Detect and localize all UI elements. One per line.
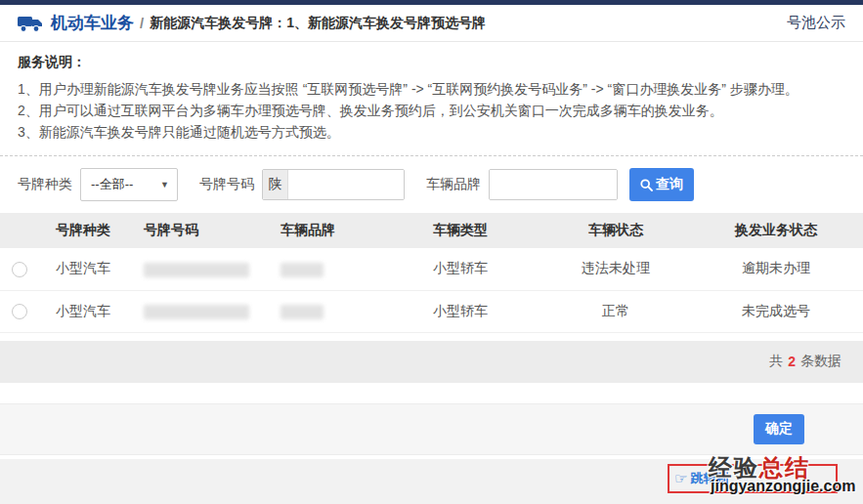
cell-biz-state: 未完成选号 xyxy=(689,290,863,332)
cell-plate-type: 小型汽车 xyxy=(39,290,132,332)
page-header: 机动车业务 / 新能源汽车换发号牌：1、新能源汽车换发号牌预选号牌 号池公示 xyxy=(0,5,863,42)
brand-input[interactable] xyxy=(490,170,617,199)
page: 机动车业务 / 新能源汽车换发号牌：1、新能源汽车换发号牌预选号牌 号池公示 服… xyxy=(0,0,863,504)
brand-label: 车辆品牌 xyxy=(426,176,481,193)
plate-type-selected-value: --全部-- xyxy=(91,176,133,193)
pointing-hand-icon: ☞ xyxy=(674,470,687,487)
breadcrumb-separator: / xyxy=(140,15,144,31)
truck-icon xyxy=(18,14,43,33)
header-vehicle-state: 车辆状态 xyxy=(542,213,689,248)
header-radio xyxy=(0,213,39,248)
row-radio-button[interactable] xyxy=(12,262,27,277)
plate-province-prefix: 陕 xyxy=(263,170,288,199)
plate-no-input-group: 陕 xyxy=(262,169,405,200)
filter-bar: 号牌种类 --全部-- ▼ 号牌号码 陕 车辆品牌 查询 xyxy=(0,156,863,213)
redacted-brand xyxy=(280,305,324,319)
plate-type-select[interactable]: --全部-- ▼ xyxy=(80,168,178,201)
confirm-button[interactable]: 确定 xyxy=(754,414,804,444)
table-row: 小型汽车 小型轿车 违法未处理 逾期未办理 xyxy=(0,248,863,290)
notice-line-1: 1、用户办理新能源汽车换发号牌业务应当按照 “互联网预选号牌” -> “互联网预… xyxy=(18,78,845,100)
count-suffix: 条数据 xyxy=(800,353,841,370)
pool-publicity-link[interactable]: 号池公示 xyxy=(787,14,845,32)
notice-line-3: 3、新能源汽车换发号牌只能通过随机选号方式预选。 xyxy=(18,121,845,143)
cell-plate-type: 小型汽车 xyxy=(39,248,132,290)
search-icon xyxy=(640,179,653,191)
redacted-plate-number xyxy=(144,305,249,319)
header-brand: 车辆品牌 xyxy=(269,213,415,248)
cell-vehicle-type: 小型轿车 xyxy=(415,290,542,332)
watermark: ☞ 跳转到 经验总结 jingyanzongjie.com xyxy=(668,457,848,504)
page-title: 机动车业务 xyxy=(51,12,134,34)
header-plate-type: 号牌种类 xyxy=(39,213,132,248)
header-plate-no: 号牌号码 xyxy=(132,213,269,248)
plate-no-label: 号牌号码 xyxy=(199,176,254,193)
notice-title: 服务说明： xyxy=(18,54,845,71)
cell-biz-state: 逾期未办理 xyxy=(689,248,863,290)
search-button-label: 查询 xyxy=(656,176,683,193)
count-prefix: 共 xyxy=(769,353,783,370)
search-button[interactable]: 查询 xyxy=(629,168,694,201)
redacted-plate-number xyxy=(144,263,249,277)
breadcrumb: 新能源汽车换发号牌：1、新能源汽车换发号牌预选号牌 xyxy=(150,15,486,32)
confirm-bar: 确定 xyxy=(0,403,863,455)
notice-line-2: 2、用户可以通过互联网平台为多辆车办理预选号牌、换发业务预约后，到公安机关窗口一… xyxy=(18,100,845,121)
vehicle-table: 号牌种类 号牌号码 车辆品牌 车辆类型 车辆状态 换发业务状态 小型汽车 小型轿… xyxy=(0,213,863,333)
footer-strip: ☞ 跳转到 经验总结 jingyanzongjie.com xyxy=(0,459,863,504)
cell-vehicle-state: 违法未处理 xyxy=(542,248,689,290)
plate-no-input[interactable] xyxy=(288,170,404,199)
cell-vehicle-state: 正常 xyxy=(542,290,689,332)
brand-input-group xyxy=(489,169,618,200)
row-radio-button[interactable] xyxy=(12,304,27,319)
watermark-brand-red: 总结 xyxy=(759,454,810,481)
redacted-brand xyxy=(280,263,324,277)
table-row: 小型汽车 小型轿车 正常 未完成选号 xyxy=(0,290,863,332)
header-vehicle-type: 车辆类型 xyxy=(415,213,542,248)
record-count: 2 xyxy=(788,354,796,369)
record-count-bar: 共 2 条数据 xyxy=(0,341,863,383)
header-biz-state: 换发业务状态 xyxy=(689,213,863,248)
table-header-row: 号牌种类 号牌号码 车辆品牌 车辆类型 车辆状态 换发业务状态 xyxy=(0,213,863,248)
chevron-down-icon: ▼ xyxy=(160,180,169,189)
cell-vehicle-type: 小型轿车 xyxy=(415,248,542,290)
service-notice: 服务说明： 1、用户办理新能源汽车换发号牌业务应当按照 “互联网预选号牌” ->… xyxy=(0,42,863,156)
watermark-brand-dark: 经验 xyxy=(709,454,759,481)
watermark-site-url: jingyanzongjie.com xyxy=(711,478,855,495)
plate-type-label: 号牌种类 xyxy=(18,176,72,193)
